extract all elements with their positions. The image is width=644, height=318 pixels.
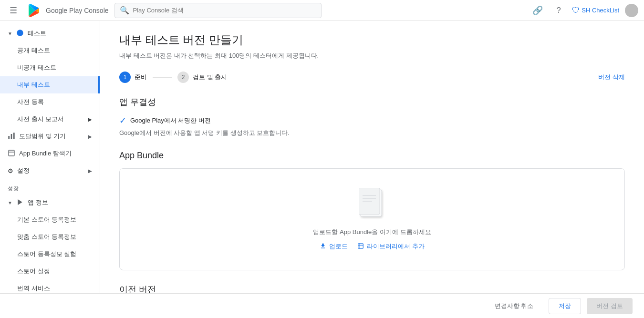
bundle-drop-text: 업로드할 App Bundle을 여기에 드롭하세요 [313, 228, 431, 236]
help-button[interactable]: ? [551, 3, 566, 18]
chevron-down-icon: ▼ [8, 31, 12, 36]
play-store-logo-icon [27, 3, 42, 18]
growth-section-label: 성장 [0, 179, 100, 194]
page-title: 내부 테스트 버전 만들기 [119, 32, 625, 48]
sidebar-item-translate[interactable]: 번역 서비스 [0, 280, 100, 293]
app-integrity-title: 앱 무결성 [119, 96, 625, 108]
integrity-signed-label: Google Play에서 서명한 버전 [130, 116, 211, 125]
review-button[interactable]: 버전 검토 [587, 298, 633, 314]
bundle-actions: 업로드 라이브러리에서 추가 [320, 242, 425, 251]
sidebar: ▼ 테스트 공개 테스트 비공개 테스트 내부 테스트 사전 등록 사전 출시 … [0, 21, 100, 293]
sidebar-item-closed-test[interactable]: 비공개 테스트 [0, 59, 100, 76]
step-1-number: 1 [124, 74, 127, 81]
cancel-button[interactable]: 변경사항 취소 [485, 298, 543, 314]
search-bar[interactable]: 🔍 [114, 3, 322, 18]
sidebar-item-pre-launch[interactable]: 사전 출시 보고서 ▶ [0, 111, 100, 128]
sidebar-item-basic-store[interactable]: 기본 스토어 등록정보 [0, 211, 100, 228]
store-settings-label: 스토어 설정 [17, 267, 50, 276]
bundle-file-icon [359, 188, 385, 222]
upload-icon [320, 243, 326, 251]
svg-rect-4 [9, 150, 14, 156]
sidebar-item-store-settings[interactable]: 스토어 설정 [0, 263, 100, 280]
sidebar-item-label: 테스트 [28, 29, 46, 38]
svg-rect-3 [13, 133, 15, 139]
sidebar-item-internal-test[interactable]: 내부 테스트 [0, 76, 100, 93]
sidebar-item-pre-register[interactable]: 사전 등록 [0, 93, 100, 111]
svg-rect-1 [8, 136, 10, 139]
main-layout: ▼ 테스트 공개 테스트 비공개 테스트 내부 테스트 사전 등록 사전 출시 … [0, 21, 644, 293]
delete-version-button[interactable]: 버전 삭제 [598, 73, 625, 82]
sidebar-item-app-info[interactable]: ▼ 앱 정보 [0, 194, 100, 211]
step-1: 1 준비 [119, 72, 147, 83]
translate-label: 번역 서비스 [17, 284, 50, 293]
library-button[interactable]: 라이브러리에서 추가 [357, 242, 425, 251]
test-icon [16, 29, 24, 38]
sidebar-item-settings[interactable]: ⚙ 설정 ▶ [0, 162, 100, 179]
sidebar-item-app-bundle[interactable]: App Bundle 탐색기 [0, 145, 100, 162]
logo: Google Play Console [27, 3, 109, 18]
checklist-label: SH CheckList [582, 7, 619, 14]
sh-checklist-button[interactable]: 🛡 SH CheckList [572, 6, 619, 15]
header-actions: 🔗 ? 🛡 SH CheckList [530, 3, 638, 18]
step-2-label: 검토 및 출시 [193, 73, 227, 82]
reach-label: 도달범위 및 기기 [19, 132, 66, 141]
help-icon: ? [557, 6, 561, 15]
svg-rect-12 [358, 243, 364, 248]
pre-launch-label: 사전 출시 보고서 [17, 115, 64, 123]
app-bundle-section: App Bundle 업로드할 App Bundle을 여기에 드롭하세요 [119, 151, 625, 270]
page-subtitle: 내부 테스트 버전은 내가 선택하는 최대 100명의 테스터에게 제공됩니다. [119, 51, 625, 60]
app-info-label: 앱 정보 [28, 198, 48, 207]
sidebar-item-reach[interactable]: 도달범위 및 기기 ▶ [0, 128, 100, 145]
library-icon [357, 243, 364, 251]
custom-store-label: 맞춤 스토어 등록정보 [17, 233, 76, 241]
closed-test-label: 비공개 테스트 [17, 63, 56, 72]
step-1-label: 준비 [135, 73, 147, 82]
basic-store-label: 기본 스토어 등록정보 [17, 215, 76, 224]
upload-button[interactable]: 업로드 [320, 242, 348, 251]
prev-versions-title: 이전 버전 [119, 284, 625, 293]
step-2: 2 검토 및 출시 [177, 72, 227, 83]
bundle-drop-zone[interactable]: 업로드할 App Bundle을 여기에 드롭하세요 업로드 라이브러리에서 추… [119, 168, 625, 270]
sidebar-item-custom-store[interactable]: 맞춤 스토어 등록정보 [0, 228, 100, 246]
search-icon: 🔍 [120, 6, 129, 15]
save-button[interactable]: 저장 [549, 298, 581, 314]
bundle-nav-label: App Bundle 탐색기 [19, 149, 72, 158]
checklist-icon: 🛡 [572, 6, 580, 15]
menu-button[interactable]: ☰ [6, 3, 21, 18]
svg-rect-2 [11, 134, 12, 139]
main-content: 내부 테스트 버전 만들기 내부 테스트 버전은 내가 선택하는 최대 100명… [100, 21, 644, 293]
open-test-label: 공개 테스트 [17, 46, 50, 55]
svg-marker-6 [18, 199, 22, 205]
link-button[interactable]: 🔗 [530, 3, 545, 18]
sidebar-item-store-test[interactable]: 스토어 등록정보 실험 [0, 246, 100, 263]
steps-row: 1 준비 2 검토 및 출시 버전 삭제 [119, 72, 625, 83]
upload-label: 업로드 [329, 242, 348, 251]
pre-register-label: 사전 등록 [17, 98, 44, 106]
check-circle-icon: ✓ [119, 115, 126, 126]
header: ☰ [0, 0, 644, 21]
step-1-circle: 1 [119, 72, 131, 83]
sidebar-item-open-test[interactable]: 공개 테스트 [0, 42, 100, 59]
menu-icon: ☰ [10, 5, 17, 16]
logo-text: Google Play Console [46, 7, 109, 14]
sidebar-item-test[interactable]: ▼ 테스트 [0, 25, 100, 42]
step-2-circle: 2 [177, 72, 189, 83]
settings-icon: ⚙ [8, 167, 13, 174]
internal-test-label: 내부 테스트 [17, 81, 50, 89]
svg-point-0 [17, 30, 23, 36]
app-info-icon [16, 198, 24, 207]
link-icon: 🔗 [532, 5, 543, 16]
user-avatar[interactable] [625, 4, 638, 17]
reach-chevron-icon: ▶ [88, 134, 92, 139]
settings-label: 설정 [17, 166, 30, 175]
integrity-item: ✓ Google Play에서 서명한 버전 [119, 115, 625, 126]
step-divider [153, 77, 172, 78]
chevron-right-icon: ▶ [88, 117, 92, 122]
step-2-number: 2 [182, 74, 185, 81]
footer: 변경사항 취소 저장 버전 검토 [0, 293, 644, 318]
chevron-down-icon-2: ▼ [8, 200, 12, 205]
store-test-label: 스토어 등록정보 실험 [17, 250, 76, 258]
library-label: 라이브러리에서 추가 [367, 242, 425, 251]
app-integrity-section: 앱 무결성 ✓ Google Play에서 서명한 버전 Google에서 버전… [119, 96, 625, 137]
search-input[interactable] [133, 7, 317, 14]
